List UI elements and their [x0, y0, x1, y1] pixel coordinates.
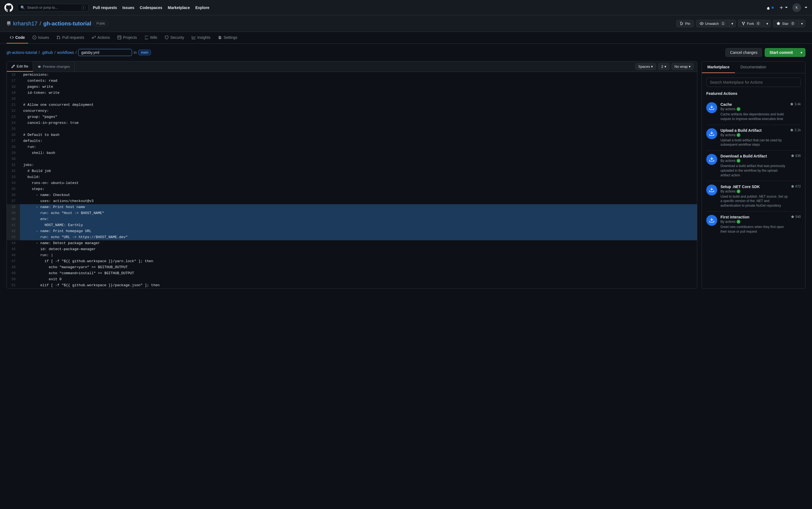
cancel-changes-button[interactable]: Cancel changes	[726, 48, 762, 57]
line-content: defaults:	[20, 138, 697, 144]
nav-codespaces[interactable]: Codespaces	[140, 5, 162, 10]
breadcrumb-github[interactable]: .github	[41, 50, 53, 55]
code-line: 18 pages: write	[7, 84, 697, 90]
action-icon	[706, 215, 717, 226]
start-commit-button[interactable]: Start commit	[765, 48, 798, 57]
repo-title: krharsh17 / gh-actions-tutorial Public	[6, 21, 108, 27]
fork-button-group: Fork 0 ▾	[738, 20, 771, 27]
breadcrumb-root[interactable]: gh-actions-tutorial	[6, 50, 37, 55]
code-line: 51 elif [ -f "${{ github.workspace }}/pa…	[7, 282, 697, 289]
tab-actions[interactable]: Actions	[88, 32, 113, 43]
line-number: 44	[7, 240, 20, 246]
nav-explore[interactable]: Explore	[195, 5, 209, 10]
tab-security-label: Security	[170, 35, 184, 40]
line-content: shell: bash	[20, 150, 697, 156]
star-icon	[776, 22, 780, 26]
filename-input[interactable]	[78, 49, 132, 56]
tab-settings[interactable]: Settings	[215, 32, 241, 43]
line-number: 31	[7, 162, 20, 168]
navbar: 🔍 Search or jump to... / Pull requests I…	[0, 0, 812, 15]
unwatch-caret[interactable]: ▾	[729, 20, 736, 27]
line-content: # Build job	[20, 168, 697, 174]
indent-select[interactable]: 2 ▾	[658, 63, 669, 70]
file-path-bar: gh-actions-tutorial / .github / workflow…	[0, 44, 812, 61]
code-editor[interactable]: 16permissions:17 contents: read18 pages:…	[7, 72, 697, 289]
code-line: 46 run: |	[7, 252, 697, 258]
star-button[interactable]: Star 0	[773, 20, 799, 27]
tab-wiki-label: Wiki	[150, 35, 157, 40]
mp-tab-documentation[interactable]: Documentation	[735, 62, 772, 73]
action-item[interactable]: Download a Build Artifact By actions ✓ D…	[706, 150, 801, 181]
wrap-select[interactable]: No wrap ▾	[672, 63, 694, 70]
eye-icon	[700, 22, 704, 26]
repo-icon	[6, 21, 11, 26]
edit-file-tab[interactable]: Edit file	[7, 62, 33, 72]
code-line: 19 id-token: write	[7, 90, 697, 96]
star-button-group: Star 0 ▾	[773, 20, 806, 27]
star-caret[interactable]: ▾	[799, 20, 806, 27]
code-line: 22concurrency:	[7, 108, 697, 114]
action-name: Upload a Build Artifact	[721, 128, 787, 133]
tab-pr-label: Pull requests	[62, 35, 84, 40]
action-icon	[706, 184, 717, 196]
fork-caret[interactable]: ▾	[764, 20, 771, 27]
code-line: 30	[7, 156, 697, 162]
action-desc: Upload a build artifact that can be used…	[721, 138, 787, 147]
in-text: in	[134, 50, 137, 55]
preview-changes-tab[interactable]: Preview changes	[33, 62, 75, 71]
line-number: 42	[7, 228, 20, 234]
star-count-icon	[790, 103, 793, 106]
search-placeholder: Search or jump to...	[27, 5, 58, 9]
line-number: 48	[7, 264, 20, 270]
action-item[interactable]: Setup .NET Core SDK By actions ✓ Used to…	[706, 181, 801, 212]
action-info: Setup .NET Core SDK By actions ✓ Used to…	[721, 184, 788, 208]
tab-security[interactable]: Security	[161, 32, 187, 43]
fork-button[interactable]: Fork 0	[738, 20, 764, 27]
fork-icon	[741, 22, 745, 26]
breadcrumb-workflows[interactable]: workflows	[57, 50, 74, 55]
breadcrumb-sep3: /	[76, 50, 77, 55]
line-number: 39	[7, 210, 20, 216]
code-line: 35 steps:	[7, 186, 697, 192]
pr-icon	[57, 36, 61, 39]
github-logo[interactable]	[4, 3, 13, 12]
pin-button[interactable]: Pin	[676, 20, 694, 27]
line-number: 29	[7, 150, 20, 156]
tab-projects[interactable]: Projects	[114, 32, 140, 43]
line-number: 20	[7, 96, 20, 102]
search-bar[interactable]: 🔍 Search or jump to... /	[17, 4, 88, 11]
action-item[interactable]: Upload a Build Artifact By actions ✓ Upl…	[706, 125, 801, 151]
repo-name[interactable]: gh-actions-tutorial	[43, 21, 91, 27]
line-content: elif [ -f "${{ github.workspace }}/packa…	[20, 282, 697, 289]
action-name: First interaction	[721, 215, 788, 219]
repo-owner[interactable]: krharsh17	[13, 21, 37, 27]
tab-code[interactable]: Code	[6, 32, 28, 43]
line-content: jobs:	[20, 162, 697, 168]
marketplace-search[interactable]	[706, 78, 801, 87]
nav-pull-requests[interactable]: Pull requests	[93, 5, 117, 10]
nav-issues[interactable]: Issues	[122, 5, 135, 10]
action-item[interactable]: Cache By actions ✓ Cache artifacts like …	[706, 99, 801, 125]
spaces-select[interactable]: Spaces ▾	[635, 63, 656, 70]
line-content: steps:	[20, 186, 697, 192]
action-stars: 2.1k	[790, 128, 801, 132]
nav-marketplace[interactable]: Marketplace	[168, 5, 190, 10]
edit-icon	[11, 65, 15, 68]
start-commit-caret[interactable]: ▾	[798, 48, 806, 57]
line-content: pages: write	[20, 84, 697, 90]
action-item[interactable]: First interaction By actions ✓ Greet new…	[706, 212, 801, 237]
action-by: By actions ✓	[721, 220, 788, 224]
create-button[interactable]	[778, 4, 789, 11]
tab-wiki[interactable]: Wiki	[141, 32, 160, 43]
unwatch-button[interactable]: Unwatch 1	[696, 20, 729, 27]
notifications-button[interactable]	[765, 4, 775, 11]
tab-pull-requests[interactable]: Pull requests	[53, 32, 87, 43]
tab-insights[interactable]: Insights	[188, 32, 214, 43]
mp-tab-marketplace[interactable]: Marketplace	[702, 62, 735, 73]
user-avatar[interactable]: K	[792, 3, 801, 12]
tab-issues[interactable]: Issues	[29, 32, 52, 43]
line-number: 28	[7, 144, 20, 150]
fork-count: 0	[756, 21, 761, 26]
line-content	[20, 156, 697, 162]
action-name: Cache	[721, 102, 787, 107]
